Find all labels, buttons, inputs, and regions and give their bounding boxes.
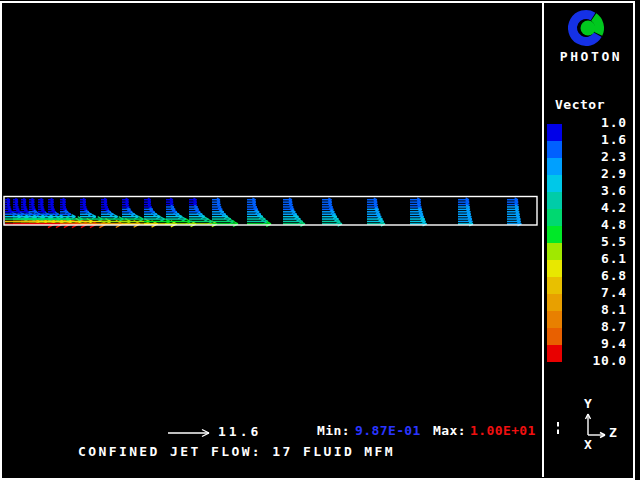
legend-label: 6.1 (560, 250, 627, 267)
photon-wordmark: PHOTON (544, 49, 638, 64)
min-label: Min: (317, 423, 350, 438)
legend-label: 1.6 (560, 131, 627, 148)
max-value: 1.00E+01 (470, 423, 536, 438)
axis-triad-icon (557, 414, 605, 438)
legend-label: 2.9 (560, 165, 627, 182)
legend-label: 2.3 (560, 148, 627, 165)
legend-label: 4.2 (560, 199, 627, 216)
legend-label: 3.6 (560, 182, 627, 199)
legend-label: 10.0 (560, 352, 627, 369)
legend-label: 8.7 (560, 318, 627, 335)
min-value: 9.87E-01 (355, 423, 421, 438)
axis-label-y: Y (581, 396, 595, 411)
axis-label-z: Z (609, 425, 617, 440)
velocity-vectors (5, 198, 521, 228)
legend-label: 1.0 (560, 114, 627, 131)
legend-label: 4.8 (560, 216, 627, 233)
legend-label: 5.5 (560, 233, 627, 250)
legend-title: Vector (555, 97, 605, 112)
photon-logo-icon (564, 6, 608, 50)
vector-field-plot (0, 0, 640, 480)
axis-label-x: X (581, 437, 595, 452)
photon-viewport: CONFINED JET FLOW: 17 FLUID MFM 11.6 Min… (0, 0, 640, 480)
legend-label: 7.4 (560, 284, 627, 301)
legend-label: 8.1 (560, 301, 627, 318)
plot-title: CONFINED JET FLOW: 17 FLUID MFM (78, 444, 395, 459)
legend-label: 6.8 (560, 267, 627, 284)
legend-label: 9.4 (560, 335, 627, 352)
sidebar-divider (542, 2, 544, 477)
scale-arrow-value: 11.6 (218, 424, 261, 439)
scale-reference-arrow (168, 430, 209, 437)
max-label: Max: (433, 423, 466, 438)
